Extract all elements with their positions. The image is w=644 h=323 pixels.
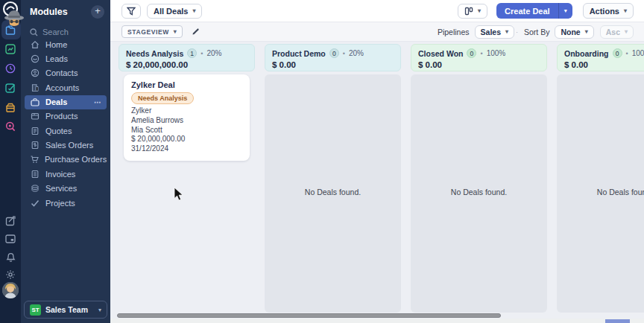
deal-count-badge: 0 bbox=[329, 48, 339, 58]
deal-card[interactable]: Zylker Deal Needs Analysis Zylker Amelia… bbox=[124, 74, 250, 161]
sidebar-item-leads[interactable]: Leads bbox=[21, 51, 110, 65]
sidebar-item-label: Sales Orders bbox=[45, 141, 93, 150]
home-icon bbox=[30, 40, 40, 49]
sidebar-item-accounts[interactable]: Accounts bbox=[21, 80, 110, 95]
add-module-button[interactable]: + bbox=[91, 5, 104, 19]
sort-value: None bbox=[561, 28, 580, 36]
deal-count-badge: 0 bbox=[613, 48, 622, 58]
sidebar-item-home[interactable]: Home bbox=[21, 37, 110, 51]
column-body: Zylker Deal Needs Analysis Zylker Amelia… bbox=[119, 74, 255, 313]
zia-search-icon[interactable] bbox=[0, 118, 21, 135]
window-panel-icon[interactable] bbox=[0, 231, 21, 247]
stage-amount: $ 20,000,000.00 bbox=[126, 60, 247, 69]
stage-name: Onboarding bbox=[564, 49, 609, 58]
stage-badge: Needs Analysis bbox=[131, 92, 194, 104]
notifications-bell-icon[interactable] bbox=[0, 249, 21, 265]
deal-amount: $ 20,000,000.00 bbox=[131, 135, 242, 144]
sidebar-item-invoices[interactable]: Invoices bbox=[21, 167, 110, 181]
deal-title[interactable]: Zylker Deal bbox=[131, 80, 242, 89]
create-deal-button[interactable]: Create Deal bbox=[496, 3, 558, 19]
quotes-icon bbox=[30, 127, 40, 135]
deal-count-badge: 0 bbox=[467, 48, 476, 58]
toolbar: All Deals ▾ ▾ Create Deal ▾ Actions ▾ bbox=[110, 0, 644, 22]
main-content: All Deals ▾ ▾ Create Deal ▾ Actions ▾ ST… bbox=[110, 0, 644, 323]
more-options-icon[interactable]: ⋯ bbox=[94, 98, 102, 106]
pipeline-dropdown[interactable]: Sales ▾ bbox=[475, 25, 514, 39]
search-placeholder: Search bbox=[42, 28, 69, 36]
user-profile-avatar[interactable] bbox=[2, 282, 19, 298]
sidebar-item-products[interactable]: Products bbox=[21, 109, 110, 124]
stage-view-dropdown[interactable]: STAGEVIEW ▾ bbox=[121, 25, 183, 38]
pipeline-value: Sales bbox=[481, 28, 501, 36]
empty-state-text: No Deals found. bbox=[597, 188, 644, 196]
view-filter-dropdown[interactable]: All Deals ▾ bbox=[147, 4, 202, 19]
sidebar-item-label: Home bbox=[45, 40, 67, 49]
compose-note-icon[interactable] bbox=[0, 213, 21, 229]
search-icon bbox=[30, 28, 38, 36]
create-deal-split-button: Create Deal ▾ bbox=[496, 3, 572, 19]
sidebar-item-projects[interactable]: Projects bbox=[21, 196, 110, 210]
create-deal-dropdown[interactable]: ▾ bbox=[558, 3, 572, 19]
horizontal-scrollbar[interactable] bbox=[117, 313, 501, 318]
accounts-icon bbox=[30, 83, 40, 92]
deals-icon bbox=[30, 98, 40, 106]
stage-column-product-demo: Product Demo 0 • 20% $ 0.00 No Deals fou… bbox=[265, 44, 401, 313]
deal-contact: Amelia Burrows bbox=[131, 116, 242, 126]
sort-by-label: Sort By bbox=[524, 28, 549, 36]
analytics-icon[interactable] bbox=[0, 41, 21, 57]
edit-view-button[interactable] bbox=[192, 28, 200, 36]
stage-probability: 100% bbox=[632, 49, 644, 57]
sidebar-item-label: Products bbox=[45, 112, 78, 121]
settings-gear-icon[interactable] bbox=[0, 266, 21, 283]
sidebar-item-services[interactable]: Services bbox=[21, 182, 110, 196]
filter-button[interactable] bbox=[121, 4, 141, 19]
dot-separator: • bbox=[480, 50, 482, 57]
empty-state-text: No Deals found. bbox=[305, 188, 361, 196]
sidebar-item-label: Purchase Orders bbox=[45, 155, 107, 164]
chevron-down-icon: ▾ bbox=[478, 7, 481, 14]
column-body: No Deals found. bbox=[265, 74, 401, 313]
column-header[interactable]: Onboarding 0 • 100% $ 0.00 bbox=[557, 44, 644, 71]
sidebar-item-deals[interactable]: Deals ⋯ bbox=[25, 95, 107, 109]
leads-icon bbox=[30, 54, 40, 63]
kanban-view-icon bbox=[464, 7, 473, 16]
deal-account: Zylker bbox=[131, 106, 242, 116]
bottom-widget-fragment bbox=[605, 319, 630, 323]
separator-dot: · bbox=[516, 28, 518, 36]
stage-probability: 20% bbox=[206, 49, 221, 57]
actions-label: Actions bbox=[590, 7, 619, 16]
sidebar-item-label: Services bbox=[45, 184, 77, 193]
sort-field-dropdown[interactable]: None ▾ bbox=[555, 25, 593, 39]
sidebar-item-label: Accounts bbox=[45, 83, 79, 92]
stage-amount: $ 0.00 bbox=[564, 60, 644, 69]
sort-order-value: Asc bbox=[606, 28, 620, 36]
sidebar-item-label: Contacts bbox=[45, 68, 78, 77]
team-badge: ST bbox=[30, 304, 41, 316]
sort-order-dropdown[interactable]: Asc ▾ bbox=[600, 25, 634, 39]
products-box-icon[interactable] bbox=[0, 99, 21, 115]
stage-name: Needs Analysis bbox=[126, 49, 183, 58]
contacts-icon bbox=[30, 68, 40, 77]
column-header[interactable]: Product Demo 0 • 20% $ 0.00 bbox=[265, 44, 401, 71]
sidebar-item-purchase-orders[interactable]: Purchase Orders bbox=[21, 153, 110, 167]
stage-probability: 20% bbox=[349, 49, 364, 57]
history-clock-icon[interactable] bbox=[0, 60, 21, 77]
tasks-edit-icon[interactable] bbox=[0, 80, 21, 96]
dot-separator: • bbox=[201, 50, 203, 57]
pencil-icon bbox=[192, 28, 200, 36]
team-name: Sales Team bbox=[45, 305, 94, 314]
team-selector[interactable]: ST Sales Team ▾ bbox=[24, 301, 107, 319]
sidebar-item-label: Projects bbox=[45, 199, 75, 208]
sidebar-item-quotes[interactable]: Quotes bbox=[21, 124, 110, 138]
sidebar-item-label: Deals bbox=[45, 97, 67, 106]
view-filter-value: All Deals bbox=[154, 7, 188, 16]
deal-owner: Mia Scott bbox=[131, 126, 242, 135]
actions-dropdown[interactable]: Actions ▾ bbox=[583, 3, 634, 19]
chevron-down-icon: ▾ bbox=[98, 307, 101, 313]
sidebar-item-contacts[interactable]: Contacts bbox=[21, 66, 110, 80]
sidebar-item-sales-orders[interactable]: Sales Orders bbox=[21, 138, 110, 152]
column-header[interactable]: Needs Analysis 1 • 20% $ 20,000,000.00 bbox=[119, 44, 255, 71]
board-view-dropdown[interactable]: ▾ bbox=[458, 4, 487, 19]
stage-column-onboarding: Onboarding 0 • 100% $ 0.00 No Deals foun… bbox=[557, 44, 644, 313]
column-header[interactable]: Closed Won 0 • 100% $ 0.00 bbox=[411, 44, 547, 71]
